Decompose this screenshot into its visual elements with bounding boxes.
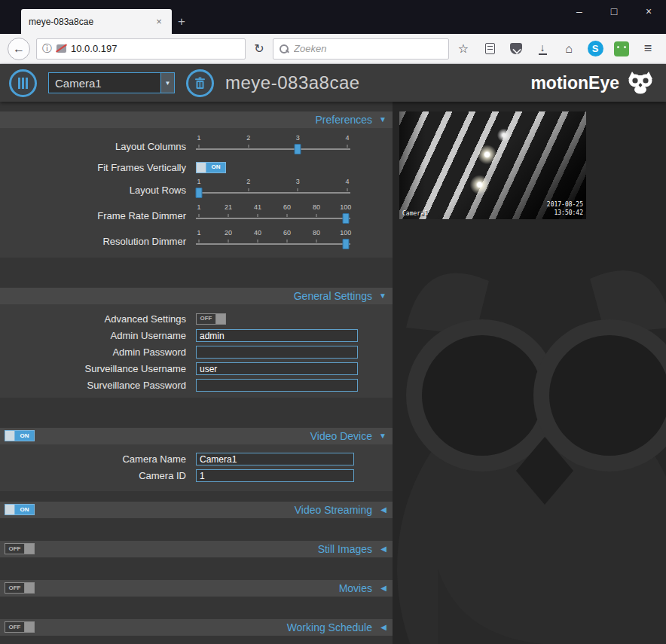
- surveillance-password-row: Surveillance Password: [0, 377, 393, 393]
- tick-mark: [286, 240, 287, 243]
- url-input[interactable]: [71, 43, 240, 54]
- section-header-video-device[interactable]: ON Video Device ▼: [0, 428, 393, 444]
- movies-toggle[interactable]: OFF: [5, 582, 35, 594]
- camera-overlay-name: Camera1: [402, 210, 428, 217]
- slider-tick-labels: 1 21 41 60 80 100: [196, 203, 350, 211]
- chevron-down-icon[interactable]: ▼: [160, 73, 174, 93]
- chevron-down-icon[interactable]: ▼: [379, 115, 386, 124]
- surveillance-username-input[interactable]: [196, 362, 358, 375]
- search-input[interactable]: [294, 43, 442, 54]
- reload-button[interactable]: ↻: [252, 41, 267, 56]
- panel-toggle-button[interactable]: [9, 69, 37, 97]
- camera-select[interactable]: Camera1 ▼: [48, 72, 175, 93]
- brand-name: motionEye: [530, 73, 619, 93]
- bookmark-star-icon[interactable]: ☆: [455, 41, 472, 57]
- slider-handle[interactable]: [342, 239, 349, 249]
- back-button[interactable]: ←: [8, 38, 30, 60]
- tick-label: 2: [246, 178, 250, 185]
- tab-close-icon[interactable]: ×: [154, 16, 164, 27]
- delete-camera-button[interactable]: [186, 69, 214, 97]
- section-title: Still Images: [318, 543, 372, 555]
- section-header-video-streaming[interactable]: ON Video Streaming ◀: [0, 502, 393, 518]
- skype-extension-icon[interactable]: S: [587, 41, 603, 57]
- section-body-preferences: Layout Columns 1 2 3 4: [0, 128, 393, 258]
- admin-password-input[interactable]: [196, 346, 358, 359]
- chevron-left-icon[interactable]: ◀: [380, 505, 386, 514]
- layout-columns-row: Layout Columns 1 2 3 4: [0, 133, 393, 158]
- layout-rows-slider[interactable]: 1 2 3 4: [196, 176, 350, 202]
- home-icon[interactable]: ⌂: [561, 41, 577, 57]
- camera-overlay-date: 2017-08-25: [547, 201, 583, 209]
- section-header-preferences[interactable]: Preferences ▼: [0, 111, 393, 128]
- section-header-movies[interactable]: OFF Movies ◀: [0, 580, 393, 597]
- resolution-dimmer-slider[interactable]: 1 20 40 60 80 100: [196, 227, 350, 253]
- frame-rate-dimmer-label: Frame Rate Dimmer: [0, 202, 196, 221]
- settings-panel: Preferences ▼ Layout Columns 1 2 3 4: [0, 102, 393, 644]
- surveillance-password-input[interactable]: [196, 379, 358, 392]
- toggle-state: OFF: [5, 622, 24, 632]
- working-schedule-toggle[interactable]: OFF: [5, 621, 35, 633]
- advanced-settings-toggle[interactable]: OFF: [196, 313, 226, 325]
- toolbar-icons: ☆ ↓ ⌂ S ≡: [455, 41, 659, 57]
- minimize-button[interactable]: –: [562, 0, 597, 22]
- back-arrow-icon: ←: [13, 42, 25, 56]
- layout-rows-label: Layout Rows: [0, 176, 196, 196]
- tick-mark: [199, 214, 200, 217]
- tick-label: 4: [345, 178, 349, 185]
- tick-label: 21: [225, 203, 232, 211]
- url-bar[interactable]: ⓘ: [36, 38, 246, 60]
- pocket-icon[interactable]: [508, 41, 524, 57]
- fit-frames-toggle[interactable]: ON: [196, 162, 226, 173]
- slider-tick-labels: 1 2 3 4: [196, 178, 350, 185]
- admin-username-input[interactable]: [196, 329, 358, 342]
- tick-mark: [199, 145, 200, 148]
- tick-mark: [316, 240, 316, 243]
- tick-label: 40: [254, 229, 261, 237]
- tick-mark: [228, 214, 229, 217]
- chevron-down-icon[interactable]: ▼: [379, 432, 386, 440]
- camera-name-input[interactable]: [196, 453, 354, 465]
- section-header-working-schedule[interactable]: OFF Working Schedule ◀: [0, 619, 393, 636]
- slider-handle[interactable]: [295, 144, 301, 154]
- site-info-icon[interactable]: ⓘ: [42, 42, 52, 56]
- tick-mark: [248, 145, 249, 148]
- toggle-knob: [5, 505, 15, 514]
- tick-mark: [286, 214, 287, 217]
- slider-handle[interactable]: [196, 188, 203, 198]
- downloads-icon[interactable]: ↓: [534, 41, 551, 57]
- browser-tab[interactable]: meye-083a8cae ×: [21, 9, 172, 34]
- section-header-still-images[interactable]: OFF Still Images ◀: [0, 541, 393, 557]
- slider-handle[interactable]: [342, 213, 349, 224]
- section-header-general-settings[interactable]: General Settings ▼: [0, 288, 393, 304]
- toggle-state: OFF: [5, 583, 24, 593]
- video-device-toggle[interactable]: ON: [5, 430, 35, 441]
- slider-track: [196, 218, 350, 219]
- download-arrow-icon: ↓: [539, 42, 547, 55]
- advanced-settings-label: Advanced Settings: [0, 313, 196, 325]
- video-streaming-toggle[interactable]: ON: [5, 504, 35, 515]
- chevron-left-icon[interactable]: ◀: [380, 623, 386, 631]
- maximize-button[interactable]: □: [597, 0, 631, 22]
- resolution-dimmer-row: Resolution Dimmer 1 20 40 60 80 100: [0, 227, 393, 253]
- bookmarks-list-icon[interactable]: [481, 41, 498, 57]
- new-tab-button[interactable]: +: [178, 14, 185, 29]
- blocked-content-icon[interactable]: [57, 44, 66, 53]
- slider-tick-labels: 1 2 3 4: [196, 134, 350, 142]
- admin-password-row: Admin Password: [0, 343, 393, 360]
- camera-preview[interactable]: Camera1 2017-08-25 13:50:42: [399, 111, 586, 219]
- layout-columns-slider[interactable]: 1 2 3 4: [196, 133, 350, 158]
- frame-rate-dimmer-slider[interactable]: 1 21 41 60 80 100: [196, 202, 350, 227]
- still-images-toggle[interactable]: OFF: [5, 543, 35, 554]
- menu-icon[interactable]: ≡: [640, 41, 656, 57]
- window-titlebar: meye-083a8cae × + – □ ×: [0, 0, 666, 34]
- slider-track: [196, 243, 350, 245]
- chevron-down-icon[interactable]: ▼: [379, 291, 386, 300]
- toggle-knob: [24, 583, 34, 593]
- camera-id-input[interactable]: [196, 469, 354, 482]
- chevron-left-icon[interactable]: ◀: [380, 584, 386, 592]
- camera-name-row: Camera Name: [0, 450, 393, 467]
- chevron-left-icon[interactable]: ◀: [380, 545, 386, 553]
- close-button[interactable]: ×: [631, 0, 666, 22]
- search-bar[interactable]: [273, 38, 449, 60]
- extension-icon[interactable]: [613, 41, 630, 57]
